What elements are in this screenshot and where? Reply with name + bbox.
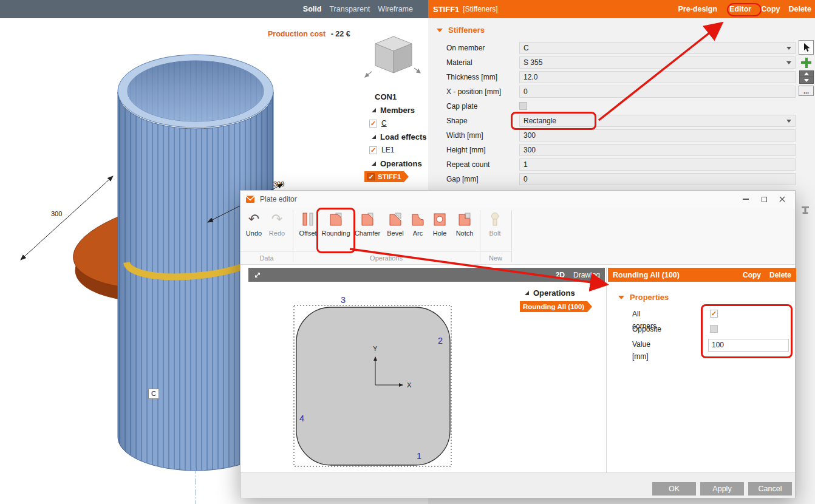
hole-button[interactable]: Hole — [429, 211, 451, 249]
dropdown-caret-icon — [786, 47, 791, 50]
detail-copy-button[interactable]: Copy — [743, 271, 761, 279]
minimize-icon — [743, 199, 749, 200]
chamfer-icon — [360, 211, 375, 227]
property-row: Repeat count 1 — [428, 157, 799, 172]
x-position-input[interactable]: 0 — [519, 86, 796, 98]
cancel-button[interactable]: Cancel — [748, 482, 792, 495]
view-mode-solid[interactable]: Solid — [303, 5, 322, 13]
delete-button[interactable]: Delete — [788, 5, 811, 13]
dropdown-caret-icon — [786, 120, 791, 123]
editor-operations-tree: Operations Rounding All (100) — [519, 287, 604, 312]
bolt-button[interactable]: Bolt — [483, 211, 506, 249]
expand-triangle-icon — [372, 108, 376, 112]
ok-button[interactable]: OK — [652, 482, 696, 495]
corner-number: 1 — [417, 451, 421, 461]
plate-editor-title: Plate editor — [260, 195, 297, 203]
clamp-icon[interactable] — [800, 205, 810, 215]
view-mode-transparent[interactable]: Transparent — [329, 5, 370, 13]
plate-shape[interactable] — [296, 307, 450, 465]
select-tool-button[interactable] — [799, 40, 814, 55]
gap-input[interactable]: 0 — [519, 173, 796, 185]
toolbar-group-data: Data — [240, 251, 293, 264]
predesign-button[interactable]: Pre-design — [678, 5, 718, 13]
pointer-icon — [802, 43, 811, 52]
tree-group-members[interactable]: Members — [361, 103, 434, 117]
toolbar-group-new: New — [480, 251, 511, 264]
bolt-icon — [488, 211, 502, 227]
tree-item-stiff1-selected[interactable]: ✓ STIFF1 — [364, 171, 404, 182]
view-mode-drawing[interactable]: Drawing — [573, 271, 600, 279]
bevel-button[interactable]: Bevel — [384, 211, 407, 249]
check-icon: ✓ — [711, 310, 717, 317]
corner-number: 3 — [341, 295, 346, 305]
checkbox-checked[interactable]: ✓ — [369, 120, 377, 128]
stiffeners-section-header[interactable]: Stiffeners — [437, 26, 485, 35]
width-input[interactable]: 300 — [519, 129, 796, 141]
bevel-icon — [388, 211, 403, 227]
dimension-label: 300 — [273, 180, 284, 188]
height-input[interactable]: 300 — [519, 144, 796, 156]
tree-group-load-effects[interactable]: Load effects — [361, 130, 434, 143]
minimize-button[interactable] — [737, 192, 755, 206]
property-row: Thickness [mm] 12.0 — [428, 70, 799, 84]
check-icon: ✓ — [370, 147, 376, 154]
cap-plate-checkbox[interactable] — [519, 102, 527, 110]
rounding-icon — [329, 211, 343, 227]
notch-button[interactable]: Notch — [452, 211, 477, 249]
property-row: Cap plate — [428, 99, 799, 114]
plate-editor-icon — [245, 194, 255, 204]
detail-delete-button[interactable]: Delete — [769, 271, 791, 279]
expand-triangle-icon — [525, 291, 529, 295]
notch-icon — [457, 211, 472, 227]
arrow-up-icon — [804, 72, 809, 75]
opposite-checkbox[interactable] — [710, 325, 718, 333]
chamfer-button[interactable]: Chamfer — [352, 211, 383, 249]
on-member-select[interactable]: C — [519, 42, 796, 54]
close-button[interactable] — [773, 192, 791, 206]
thickness-input[interactable]: 12.0 — [519, 71, 796, 83]
offset-button[interactable]: Offset — [296, 211, 319, 249]
all-corners-checkbox[interactable]: ✓ — [710, 310, 718, 318]
material-select[interactable]: S 355 — [519, 56, 796, 69]
copy-button[interactable]: Copy — [761, 5, 780, 13]
properties-section-header[interactable]: Properties — [618, 293, 669, 302]
tree-node-con1[interactable]: CON1 — [361, 90, 434, 103]
apply-button[interactable]: Apply — [700, 482, 744, 495]
production-cost-label: Production cost — [268, 30, 326, 38]
check-icon: ✓ — [370, 120, 376, 127]
arc-button[interactable]: Arc — [408, 211, 428, 249]
spinner-down-button[interactable] — [800, 77, 813, 83]
checkbox-checked[interactable]: ✓ — [367, 173, 375, 180]
tree-item-rounding-all-selected[interactable]: Rounding All (100) — [520, 301, 587, 312]
checkbox-checked[interactable]: ✓ — [369, 146, 377, 154]
undo-icon: ↶ — [248, 211, 259, 227]
tree-item-le1[interactable]: ✓ LE1 — [361, 143, 434, 157]
tree-group-operations[interactable]: Operations — [361, 157, 434, 170]
thickness-spinner — [799, 70, 814, 84]
redo-button[interactable]: ↷ Redo — [266, 211, 288, 249]
view-mode-2d[interactable]: 2D — [556, 271, 565, 279]
production-cost-value: - 22 € — [331, 30, 350, 38]
expand-triangle-icon — [372, 162, 376, 166]
property-row: On member C — [428, 41, 799, 55]
add-operation-button[interactable] — [799, 55, 814, 70]
value-input[interactable]: 100 — [708, 339, 789, 352]
editor-button[interactable]: Editor — [729, 5, 751, 13]
repeat-count-input[interactable]: 1 — [519, 158, 796, 171]
shape-select[interactable]: Rectangle — [519, 115, 796, 127]
navigation-cube[interactable] — [363, 30, 421, 80]
rounding-button[interactable]: Rounding — [321, 211, 351, 249]
spinner-up-button[interactable] — [800, 71, 813, 77]
tree-item-member-c[interactable]: ✓ C — [361, 117, 434, 130]
panel-title: STIFF1 — [433, 5, 459, 14]
tree-group-editor-operations[interactable]: Operations — [519, 287, 604, 299]
dropdown-caret-icon — [786, 61, 791, 64]
plate-editor-titlebar[interactable]: Plate editor — [240, 191, 795, 208]
expand-view-icon[interactable] — [253, 271, 262, 279]
more-options-button[interactable]: ... — [799, 86, 814, 96]
corner-number: 2 — [438, 336, 443, 346]
view-mode-wireframe[interactable]: Wireframe — [378, 5, 413, 13]
member-label-tag: C — [148, 389, 159, 399]
undo-button[interactable]: ↶ Undo — [243, 211, 265, 249]
maximize-button[interactable] — [755, 192, 773, 206]
